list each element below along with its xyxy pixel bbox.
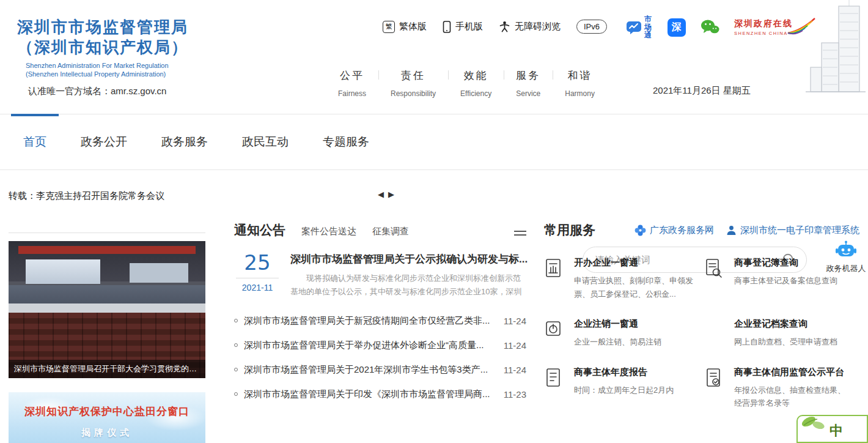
- ticker-prev-icon[interactable]: ◀: [378, 190, 384, 199]
- wechat-icon[interactable]: [701, 19, 719, 35]
- mobile-version-link[interactable]: 手机版: [443, 21, 483, 33]
- service-title[interactable]: 企业登记档案查询: [734, 318, 837, 330]
- featured-month: 2021-11: [234, 283, 281, 292]
- accessibility-label: 无障碍浏览: [515, 21, 561, 32]
- featured-body: 深圳市市场监督管理局关于公示拟确认为研发与标... 现将拟确认为研发与标准化同步…: [290, 252, 526, 299]
- guangdong-gov-service-link[interactable]: 广东政务服务网: [634, 225, 714, 236]
- notice-date: 11-24: [504, 365, 526, 375]
- featured-notice-summary: 现将拟确认为研发与标准化同步示范企业和深圳标准创新示范基地的单位予以公示，其中研…: [290, 272, 526, 299]
- phone-icon: [443, 21, 451, 33]
- service-desc: 申请营业执照、刻制印章、申领发票、员工参保登记、公积金...: [574, 274, 696, 300]
- nav-item-interaction[interactable]: 政民互动: [225, 114, 306, 169]
- notice-date: 11-24: [504, 340, 526, 351]
- header-quick-links: 繁 繁体版 手机版 无障碍浏览 IPv6: [383, 20, 607, 34]
- ishenzhen-app-icon[interactable]: 深: [668, 18, 686, 37]
- featured-date-box: 25 2021-11: [234, 252, 281, 299]
- tab-surveys[interactable]: 征集调查: [372, 226, 409, 237]
- photo-panel-people: [9, 285, 205, 303]
- featured-notice-title[interactable]: 深圳市市场监督管理局关于公示拟确认为研发与标...: [290, 253, 528, 265]
- bullet-icon: [234, 368, 238, 371]
- logo-subtitle-en2: (Shenzhen Intellectual Property Administ…: [26, 70, 188, 79]
- service-item-annual-report[interactable]: 商事主体年度报告 时间：成立周年之日起2月内: [544, 367, 704, 410]
- core-value-responsibility: 责任 Responsibility: [378, 69, 448, 98]
- notice-row: 深圳市市场监督管理局关于2021年深圳市学生书包等3类产... 11-24: [234, 357, 526, 382]
- logo-title-line1: 深圳市市场监督管理局: [17, 17, 188, 37]
- tab-case-announcements[interactable]: 案件公告送达: [301, 226, 356, 237]
- traditional-chinese-label: 繁体版: [399, 21, 427, 32]
- leaf-icon: [799, 412, 831, 436]
- featured-day: 25: [234, 252, 281, 273]
- services-external-links: 广东政务服务网 深圳市统一电子印章管理系统: [634, 225, 859, 236]
- nav-item-gov-services[interactable]: 政务服务: [144, 114, 225, 169]
- current-date: 2021年11月26日 星期五: [653, 85, 751, 97]
- date-divider: [236, 278, 279, 278]
- photo-screen-left: [26, 259, 100, 284]
- service-title[interactable]: 商事主体信用监管公示平台: [734, 367, 851, 378]
- service-title[interactable]: 开办企业一窗通: [574, 257, 696, 269]
- floating-green-widget[interactable]: 中: [796, 415, 868, 443]
- traditional-chinese-link[interactable]: 繁 繁体版: [383, 21, 427, 33]
- bullet-icon: [234, 343, 238, 347]
- notices-section: 通知公告 案件公告送达 征集调查 25 2021-11 深圳市市场监督管理局关于…: [234, 222, 526, 406]
- open-company-icon: [544, 258, 566, 300]
- nav-item-gov-disclosure[interactable]: 政务公开: [64, 114, 144, 169]
- widget-text: 中: [829, 422, 843, 440]
- notice-link[interactable]: 深圳市市场监督管理局关于举办促进体外诊断企业“高质量...: [244, 340, 493, 351]
- shenzhen-gov-online-logo[interactable]: 深圳政府在线 SHENZHEN CHINA: [734, 18, 798, 36]
- eseal-system-link[interactable]: 深圳市统一电子印章管理系统: [726, 225, 859, 236]
- photo-screen-right: [130, 263, 188, 283]
- services-title: 常用服务: [544, 222, 595, 239]
- shichangtong-app-link[interactable]: 市场通: [626, 15, 653, 40]
- accessibility-link[interactable]: 无障碍浏览: [499, 21, 561, 32]
- building-illustration: [802, 0, 868, 99]
- official-domain-notice: 认准唯一官方域名：amr.sz.gov.cn: [28, 86, 188, 97]
- notice-link[interactable]: 深圳市市场监督管理局关于新冠疫情期间全市仅经营乙类非...: [244, 315, 493, 327]
- nav-items: 首页 政务公开 政务服务 政民互动 专题服务: [6, 114, 386, 169]
- banner-subtitle: 揭牌仪式: [9, 427, 205, 439]
- service-title[interactable]: 企业注销一窗通: [574, 318, 661, 330]
- services-header: 常用服务 广东政务服务网 深圳市统一电子印章管理系统: [544, 222, 859, 239]
- service-title[interactable]: 商事主体年度报告: [574, 367, 674, 378]
- service-desc: 企业一般注销、简易注销: [574, 335, 661, 349]
- notices-title: 通知公告: [234, 222, 285, 239]
- shichangtong-label: 市场通: [644, 15, 653, 40]
- services-grid: 开办企业一窗通 申请营业执照、刻制印章、申领发票、员工参保登记、公积金... 商…: [544, 257, 859, 410]
- ticker-next-icon[interactable]: ▶: [388, 190, 394, 199]
- nav-item-home[interactable]: 首页: [6, 114, 64, 169]
- notice-date: 11-24: [504, 316, 526, 326]
- service-item-archive-search[interactable]: 企业登记档案查询 网上自助查档、受理申请查档: [704, 318, 859, 349]
- bullet-icon: [234, 319, 238, 322]
- service-desc: 年报公示信息、抽查检查结果、经营异常名录等: [734, 384, 851, 410]
- service-item-open-company[interactable]: 开办企业一窗通 申请营业执照、刻制印章、申领发票、员工参保登记、公积金...: [544, 257, 704, 300]
- service-desc: 网上自助查档、受理申请查档: [734, 335, 837, 349]
- header-app-icons: 市场通 深 深圳政府在线 SHENZHEN CHINA: [626, 15, 798, 40]
- mobile-version-label: 手机版: [455, 21, 483, 32]
- notices-list: 深圳市市场监督管理局关于新冠疫情期间全市仅经营乙类非... 11-24 深圳市市…: [234, 308, 526, 406]
- accessibility-icon: [499, 21, 510, 32]
- notice-link[interactable]: 深圳市市场监督管理局关于印发《深圳市市场监督管理局商...: [244, 389, 493, 400]
- carousel-slide-meeting[interactable]: 深圳市市场监督管理局召开干部大会学习贯彻党的十...: [9, 241, 205, 378]
- nav-item-special-topics[interactable]: 专题服务: [306, 114, 386, 169]
- logo-title-line2: （深圳市知识产权局）: [17, 37, 188, 58]
- service-item-deregistration[interactable]: 企业注销一窗通 企业一般注销、简易注销: [544, 318, 704, 349]
- more-notices-icon[interactable]: [514, 228, 526, 239]
- service-title[interactable]: 商事登记簿查询: [734, 257, 837, 269]
- site-header: 深圳市市场监督管理局 （深圳市知识产权局） Shenzhen Administr…: [0, 0, 868, 114]
- carousel-slide-banner[interactable]: 深圳知识产权保护中心盐田分窗口 揭牌仪式: [9, 392, 205, 443]
- photo-table: [9, 303, 205, 313]
- service-item-credit-platform[interactable]: 商事主体信用监管公示平台 年报公示信息、抽查检查结果、经营异常名录等: [704, 367, 859, 410]
- notice-row: 深圳市市场监督管理局关于举办促进体外诊断企业“高质量... 11-24: [234, 333, 526, 357]
- service-item-registry-search[interactable]: 商事登记簿查询 商事主体登记及备案信息查询: [704, 257, 859, 300]
- photo-red-banner: [18, 246, 196, 254]
- shichangtong-icon: [626, 20, 642, 35]
- notice-row: 深圳市市场监督管理局关于印发《深圳市市场监督管理局商... 11-23: [234, 382, 526, 406]
- main-navigation: 首页 政务公开 政务服务 政民互动 专题服务: [0, 114, 868, 170]
- archive-search-icon-placeholder: [704, 319, 726, 349]
- site-logo[interactable]: 深圳市市场监督管理局 （深圳市知识产权局） Shenzhen Administr…: [17, 17, 188, 97]
- core-value-service: 服务 Service: [504, 69, 553, 98]
- ticker-headline[interactable]: 转载：李克强主持召开国务院常务会议: [9, 190, 164, 202]
- ipv6-badge[interactable]: IPv6: [576, 20, 607, 34]
- traditional-chinese-icon: 繁: [383, 21, 395, 33]
- photo-carousel: 深圳市市场监督管理局召开干部大会学习贯彻党的十... 深圳知识产权保护中心盐田分…: [9, 233, 205, 443]
- notice-link[interactable]: 深圳市市场监督管理局关于2021年深圳市学生书包等3类产...: [244, 364, 493, 376]
